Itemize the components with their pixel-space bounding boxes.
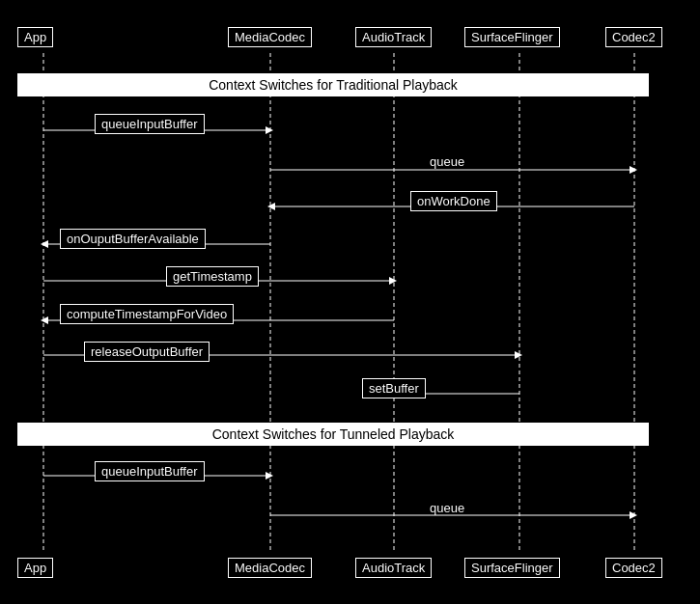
svg-marker-10	[267, 203, 275, 210]
actor-mediacodec-top: MediaCodec	[228, 27, 312, 47]
svg-marker-14	[389, 277, 397, 285]
msg-computeTimestamp: computeTimestampForVideo	[60, 304, 234, 324]
svg-marker-16	[41, 316, 48, 324]
actor-surfaceflinger-top: SurfaceFlinger	[464, 27, 560, 47]
diagram: App MediaCodec AudioTrack SurfaceFlinger…	[0, 0, 700, 604]
msg-queue2: queue	[430, 501, 464, 515]
svg-marker-18	[515, 351, 522, 359]
msg-queueInputBuffer2: queueInputBuffer	[95, 461, 205, 481]
svg-marker-24	[630, 511, 637, 519]
actor-surfaceflinger-bottom: SurfaceFlinger	[464, 558, 560, 578]
actor-app-bottom: App	[17, 558, 53, 578]
msg-releaseOutputBuffer: releaseOutputBuffer	[84, 342, 210, 362]
msg-onOutputBufferAvailable: onOuputBufferAvailable	[60, 229, 206, 249]
svg-marker-12	[41, 240, 48, 248]
msg-setBuffer: setBuffer	[362, 378, 426, 398]
actor-audiotrack-bottom: AudioTrack	[355, 558, 432, 578]
msg-queueInputBuffer1: queueInputBuffer	[95, 114, 205, 134]
actor-codec2-top: Codec2	[605, 27, 662, 47]
svg-marker-8	[630, 166, 637, 174]
msg-queue1: queue	[430, 154, 464, 169]
msg-onWorkDone: onWorkDone	[410, 191, 497, 211]
section-traditional: Context Switches for Traditional Playbac…	[17, 73, 649, 96]
section-tunneled: Context Switches for Tunneled Playback	[17, 423, 649, 446]
msg-getTimestamp: getTimestamp	[166, 266, 259, 287]
actor-app-top: App	[17, 27, 53, 47]
svg-marker-22	[266, 472, 273, 480]
actor-audiotrack-top: AudioTrack	[355, 27, 432, 47]
actor-codec2-bottom: Codec2	[605, 558, 662, 578]
svg-marker-6	[266, 126, 273, 134]
actor-mediacodec-bottom: MediaCodec	[228, 558, 312, 578]
